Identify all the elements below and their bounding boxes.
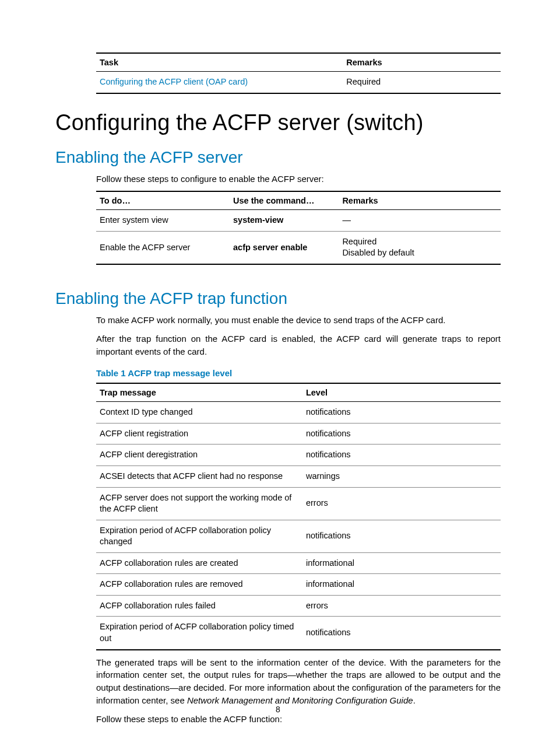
cell-level: informational xyxy=(302,574,501,596)
cell-level: notifications xyxy=(302,444,501,466)
cell-trap-message: ACFP client deregistration xyxy=(96,444,302,466)
table-header-row: Trap message Level xyxy=(96,383,501,402)
table-row: ACSEI detects that ACFP client had no re… xyxy=(96,466,501,487)
table-row: ACFP client deregistrationnotifications xyxy=(96,444,501,466)
th-remarks: Remarks xyxy=(339,191,501,210)
cell-level: notifications xyxy=(302,520,501,552)
task-link[interactable]: Configuring the ACFP client (OAP card) xyxy=(96,72,343,93)
table-row: Expiration period of ACFP collaboration … xyxy=(96,520,501,552)
trap-message-table: Trap message Level Context ID type chang… xyxy=(96,383,501,650)
cell-level: informational xyxy=(302,552,501,574)
cell-trap-message: Expiration period of ACFP collaboration … xyxy=(96,520,302,552)
table-header-row: To do… Use the command… Remarks xyxy=(96,191,501,210)
page-number: 8 xyxy=(0,705,556,714)
cell-todo: Enable the ACFP server xyxy=(96,231,230,264)
table-row: ACFP server does not support the working… xyxy=(96,487,501,520)
page-title: Configuring the ACFP server (switch) xyxy=(55,110,501,135)
table-row: Expiration period of ACFP collaboration … xyxy=(96,617,501,650)
table-row: ACFP collaboration rules failederrors xyxy=(96,595,501,617)
cell-todo: Enter system view xyxy=(96,210,230,232)
section-heading-enable-server: Enabling the ACFP server xyxy=(55,148,501,167)
cell-command: acfp server enable xyxy=(230,231,339,264)
cell-remarks: — xyxy=(339,210,501,232)
table-row: Enable the ACFP server acfp server enabl… xyxy=(96,231,501,264)
cell-trap-message: ACSEI detects that ACFP client had no re… xyxy=(96,466,302,487)
cell-trap-message: ACFP collaboration rules failed xyxy=(96,595,302,617)
task-table: Task Remarks Configuring the ACFP client… xyxy=(96,52,501,94)
paragraph: After the trap function on the ACFP card… xyxy=(96,332,501,358)
table-caption: Table 1 ACFP trap message level xyxy=(96,368,501,378)
cell-level: notifications xyxy=(302,423,501,444)
intro-text: Follow these steps to configure to enabl… xyxy=(96,173,501,186)
th-todo: To do… xyxy=(96,191,230,210)
cell-level: errors xyxy=(302,595,501,617)
table-row: Context ID type changednotifications xyxy=(96,402,501,424)
cell-level: notifications xyxy=(302,402,501,424)
th-trap-message: Trap message xyxy=(96,383,302,402)
cell-level: notifications xyxy=(302,617,501,650)
paragraph: Follow these steps to enable the ACFP fu… xyxy=(96,713,501,726)
paragraph: To make ACFP work normally, you must ena… xyxy=(96,314,501,327)
th-command: Use the command… xyxy=(230,191,339,210)
cell-trap-message: ACFP collaboration rules are removed xyxy=(96,574,302,596)
cell-trap-message: ACFP client registration xyxy=(96,423,302,444)
th-remarks: Remarks xyxy=(343,53,501,72)
paragraph: The generated traps will be sent to the … xyxy=(96,656,501,707)
table-row: ACFP collaboration rules are createdinfo… xyxy=(96,552,501,574)
cell-level: warnings xyxy=(302,466,501,487)
table-header-row: Task Remarks xyxy=(96,53,501,72)
cell-command: system-view xyxy=(230,210,339,232)
table-row: Configuring the ACFP client (OAP card) R… xyxy=(96,72,501,93)
cell-trap-message: Expiration period of ACFP collaboration … xyxy=(96,617,302,650)
cell-level: errors xyxy=(302,487,501,520)
cell-trap-message: Context ID type changed xyxy=(96,402,302,424)
cell-remarks: Required Disabled by default xyxy=(339,231,501,264)
task-remarks: Required xyxy=(343,72,501,93)
cell-trap-message: ACFP server does not support the working… xyxy=(96,487,302,520)
section-heading-trap-function: Enabling the ACFP trap function xyxy=(55,289,501,308)
cell-trap-message: ACFP collaboration rules are created xyxy=(96,552,302,574)
text: . xyxy=(413,695,416,705)
th-task: Task xyxy=(96,53,343,72)
th-level: Level xyxy=(302,383,501,402)
enable-server-table: To do… Use the command… Remarks Enter sy… xyxy=(96,191,501,265)
table-row: Enter system view system-view — xyxy=(96,210,501,232)
table-row: ACFP client registrationnotifications xyxy=(96,423,501,444)
reference-title: Network Management and Monitoring Config… xyxy=(187,695,413,705)
table-row: ACFP collaboration rules are removedinfo… xyxy=(96,574,501,596)
